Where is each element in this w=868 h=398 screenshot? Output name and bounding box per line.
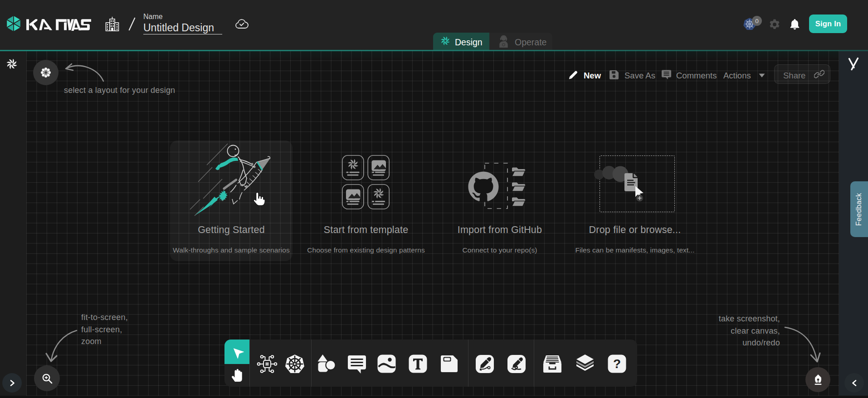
svg-text:?: ? [613,357,621,371]
